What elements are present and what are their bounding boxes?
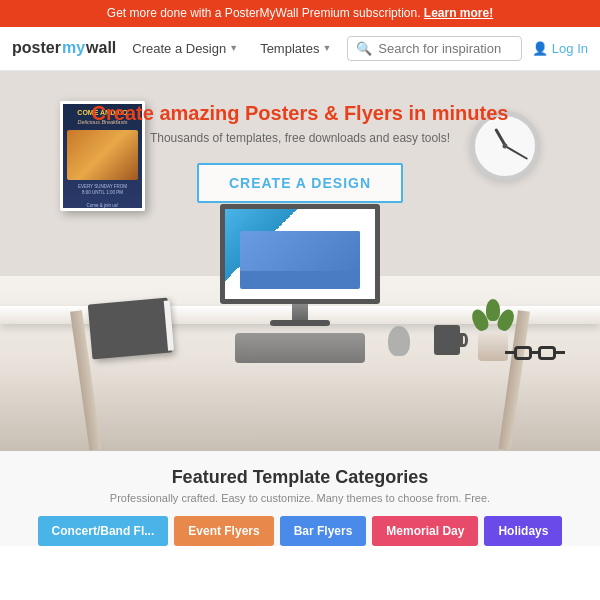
- categories-title: Featured Template Categories: [20, 467, 580, 488]
- monitor-screen-inner: [240, 231, 360, 289]
- banner-text: Get more done with a PosterMyWall Premiu…: [107, 6, 421, 20]
- categories-section: Featured Template Categories Professiona…: [0, 451, 600, 546]
- templates-nav[interactable]: Templates ▼: [254, 37, 337, 60]
- navbar: postermywall Create a Design ▼ Templates…: [0, 27, 600, 71]
- search-icon: 🔍: [356, 41, 372, 56]
- plant-pot: [478, 333, 508, 361]
- notebook: [88, 297, 172, 359]
- leaf: [486, 299, 500, 321]
- learn-more-link[interactable]: Learn more!: [424, 6, 493, 20]
- monitor-screen-content: [225, 209, 375, 299]
- login-label: Log In: [552, 41, 588, 56]
- category-tab[interactable]: Event Flyers: [174, 516, 273, 546]
- monitor-base: [270, 320, 330, 326]
- category-tab[interactable]: Bar Flyers: [280, 516, 367, 546]
- templates-label: Templates: [260, 41, 319, 56]
- search-bar[interactable]: 🔍: [347, 36, 522, 61]
- create-design-nav[interactable]: Create a Design ▼: [126, 37, 244, 60]
- login-icon: 👤: [532, 41, 548, 56]
- logo-my: my: [62, 39, 85, 57]
- category-tab[interactable]: Concert/Band Fl...: [38, 516, 169, 546]
- hero-section: Create amazing Posters & Flyers in minut…: [0, 71, 600, 451]
- create-design-label: Create a Design: [132, 41, 226, 56]
- monitor-stand: [292, 304, 308, 320]
- cta-button[interactable]: CREATE A DESIGN: [197, 163, 403, 203]
- chevron-down-icon: ▼: [229, 43, 238, 53]
- chevron-down-icon: ▼: [322, 43, 331, 53]
- logo-poster: poster: [12, 39, 61, 57]
- mouse: [388, 326, 410, 356]
- monitor: [210, 204, 390, 326]
- keyboard: [235, 333, 365, 363]
- plant-leaves: [471, 291, 515, 331]
- headline-highlight: Posters & Flyers: [245, 102, 403, 124]
- headline-part2: in minutes: [403, 102, 509, 124]
- glasses: [505, 343, 565, 363]
- hero-headline: Create amazing Posters & Flyers in minut…: [0, 101, 600, 125]
- categories-subtitle: Professionally crafted. Easy to customiz…: [20, 492, 580, 504]
- glasses-arm-right: [556, 351, 565, 354]
- mug: [434, 325, 460, 355]
- hero-subline: Thousands of templates, free downloads a…: [0, 131, 600, 145]
- glasses-lens-left: [514, 346, 532, 360]
- category-tabs: Concert/Band Fl...Event FlyersBar Flyers…: [20, 516, 580, 546]
- monitor-screen: [220, 204, 380, 304]
- headline-part1: Create amazing: [92, 102, 245, 124]
- logo-wall: wall: [86, 39, 116, 57]
- category-tab[interactable]: Memorial Day: [372, 516, 478, 546]
- logo[interactable]: postermywall: [12, 39, 116, 57]
- login-button[interactable]: 👤 Log In: [532, 41, 588, 56]
- search-input[interactable]: [378, 41, 513, 56]
- promo-banner: Get more done with a PosterMyWall Premiu…: [0, 0, 600, 27]
- category-tab[interactable]: Holidays: [484, 516, 562, 546]
- hero-text-block: Create amazing Posters & Flyers in minut…: [0, 101, 600, 203]
- monitor-screen-image: [240, 231, 360, 272]
- mug-handle: [460, 333, 468, 347]
- glasses-lens-right: [538, 346, 556, 360]
- glasses-arm-left: [505, 351, 514, 354]
